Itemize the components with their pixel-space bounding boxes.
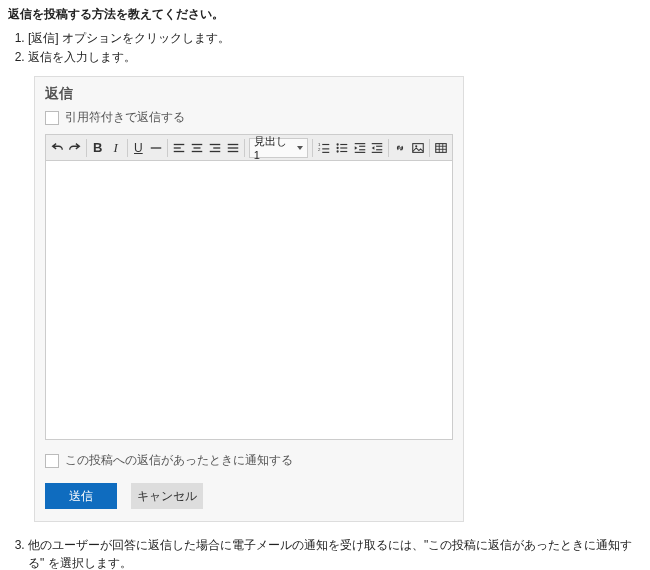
svg-point-20 bbox=[336, 146, 338, 148]
toolbar-separator bbox=[167, 139, 168, 157]
align-left-icon[interactable] bbox=[170, 138, 188, 158]
toolbar-separator bbox=[244, 139, 245, 157]
toolbar-separator bbox=[388, 139, 389, 157]
quote-checkbox-label: 引用符付きで返信する bbox=[65, 109, 185, 126]
svg-rect-32 bbox=[413, 143, 424, 152]
cancel-button[interactable]: キャンセル bbox=[131, 483, 203, 509]
svg-rect-34 bbox=[436, 143, 447, 152]
align-justify-icon[interactable] bbox=[224, 138, 242, 158]
italic-icon[interactable]: I bbox=[107, 138, 125, 158]
undo-icon[interactable] bbox=[48, 138, 66, 158]
step-item: 他のユーザーが回答に返信した場合に電子メールの通知を受け取るには、"この投稿に返… bbox=[28, 536, 642, 570]
redo-icon[interactable] bbox=[66, 138, 84, 158]
reply-panel: 返信 引用符付きで返信する B I U bbox=[34, 76, 464, 522]
table-icon[interactable] bbox=[432, 138, 450, 158]
strikethrough-icon[interactable] bbox=[147, 138, 165, 158]
image-icon[interactable] bbox=[409, 138, 427, 158]
toolbar-separator bbox=[86, 139, 87, 157]
steps-list-1: [返信] オプションをクリックします。 返信を入力します。 bbox=[28, 29, 642, 66]
align-right-icon[interactable] bbox=[206, 138, 224, 158]
submit-button[interactable]: 送信 bbox=[45, 483, 117, 509]
page-heading: 返信を投稿する方法を教えてください。 bbox=[8, 6, 642, 23]
link-icon[interactable] bbox=[391, 138, 409, 158]
underline-icon[interactable]: U bbox=[129, 138, 147, 158]
toolbar-separator bbox=[127, 139, 128, 157]
bold-icon[interactable]: B bbox=[89, 138, 107, 158]
toolbar-separator bbox=[312, 139, 313, 157]
unordered-list-icon[interactable] bbox=[333, 138, 351, 158]
editor-content[interactable] bbox=[46, 161, 452, 439]
editor-area[interactable] bbox=[45, 160, 453, 440]
panel-title: 返信 bbox=[45, 85, 453, 103]
editor-toolbar: B I U 見出し 1 12 bbox=[45, 134, 453, 160]
notify-checkbox-label: この投稿への返信があったときに通知する bbox=[65, 452, 293, 469]
button-row: 送信 キャンセル bbox=[45, 483, 453, 509]
svg-point-33 bbox=[415, 145, 417, 147]
svg-point-22 bbox=[336, 150, 338, 152]
notify-checkbox[interactable] bbox=[45, 454, 59, 468]
quote-checkbox-row[interactable]: 引用符付きで返信する bbox=[45, 109, 453, 126]
cancel-button-label: キャンセル bbox=[137, 488, 197, 505]
submit-button-label: 送信 bbox=[69, 488, 93, 505]
step-item: 返信を入力します。 bbox=[28, 48, 642, 66]
heading-select-value: 見出し 1 bbox=[254, 134, 291, 161]
svg-text:2: 2 bbox=[318, 146, 321, 151]
svg-point-18 bbox=[336, 143, 338, 145]
indent-icon[interactable] bbox=[351, 138, 369, 158]
quote-checkbox[interactable] bbox=[45, 111, 59, 125]
steps-list-2: 他のユーザーが回答に返信した場合に電子メールの通知を受け取るには、"この投稿に返… bbox=[28, 536, 642, 570]
ordered-list-icon[interactable]: 12 bbox=[315, 138, 333, 158]
toolbar-separator bbox=[429, 139, 430, 157]
heading-select[interactable]: 見出し 1 bbox=[249, 138, 308, 158]
align-center-icon[interactable] bbox=[188, 138, 206, 158]
step-item: [返信] オプションをクリックします。 bbox=[28, 29, 642, 47]
outdent-icon[interactable] bbox=[369, 138, 387, 158]
notify-checkbox-row[interactable]: この投稿への返信があったときに通知する bbox=[45, 452, 453, 469]
